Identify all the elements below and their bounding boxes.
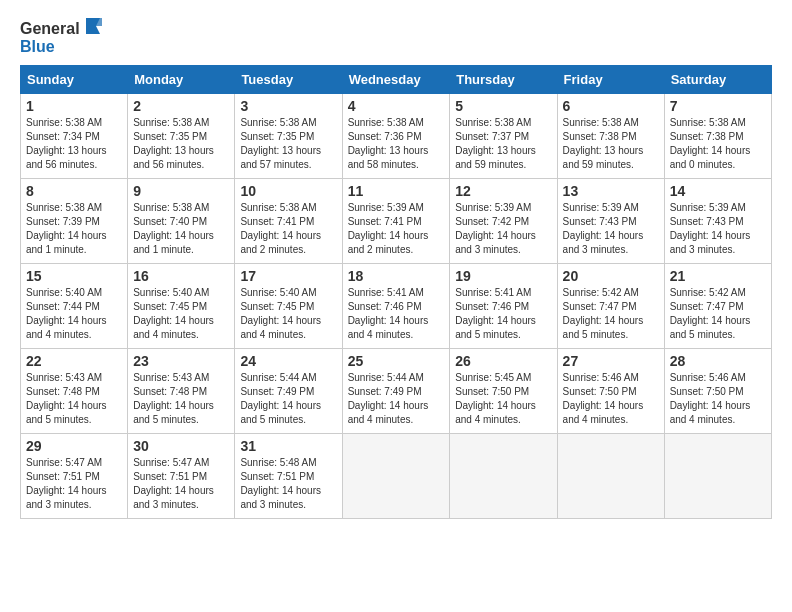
sunrise: Sunrise: 5:38 AM xyxy=(133,117,209,128)
sunset: Sunset: 7:43 PM xyxy=(670,216,744,227)
calendar-day-cell xyxy=(450,434,557,519)
day-number: 5 xyxy=(455,98,551,114)
sunrise: Sunrise: 5:43 AM xyxy=(133,372,209,383)
day-info: Sunrise: 5:48 AM Sunset: 7:51 PM Dayligh… xyxy=(240,456,336,512)
calendar-day-cell: 27 Sunrise: 5:46 AM Sunset: 7:50 PM Dayl… xyxy=(557,349,664,434)
calendar-day-cell: 9 Sunrise: 5:38 AM Sunset: 7:40 PM Dayli… xyxy=(128,179,235,264)
daylight: Daylight: 14 hours and 4 minutes. xyxy=(26,315,107,340)
sunrise: Sunrise: 5:38 AM xyxy=(240,202,316,213)
weekday-header-cell: Thursday xyxy=(450,66,557,94)
calendar-day-cell: 24 Sunrise: 5:44 AM Sunset: 7:49 PM Dayl… xyxy=(235,349,342,434)
day-number: 19 xyxy=(455,268,551,284)
calendar-week-row: 8 Sunrise: 5:38 AM Sunset: 7:39 PM Dayli… xyxy=(21,179,772,264)
day-number: 1 xyxy=(26,98,122,114)
sunset: Sunset: 7:50 PM xyxy=(670,386,744,397)
sunset: Sunset: 7:45 PM xyxy=(240,301,314,312)
sunset: Sunset: 7:39 PM xyxy=(26,216,100,227)
daylight: Daylight: 14 hours and 2 minutes. xyxy=(348,230,429,255)
calendar-day-cell: 11 Sunrise: 5:39 AM Sunset: 7:41 PM Dayl… xyxy=(342,179,450,264)
daylight: Daylight: 13 hours and 57 minutes. xyxy=(240,145,321,170)
calendar-day-cell: 10 Sunrise: 5:38 AM Sunset: 7:41 PM Dayl… xyxy=(235,179,342,264)
daylight: Daylight: 14 hours and 4 minutes. xyxy=(348,315,429,340)
sunrise: Sunrise: 5:46 AM xyxy=(670,372,746,383)
calendar-week-row: 1 Sunrise: 5:38 AM Sunset: 7:34 PM Dayli… xyxy=(21,94,772,179)
sunset: Sunset: 7:46 PM xyxy=(455,301,529,312)
day-info: Sunrise: 5:38 AM Sunset: 7:38 PM Dayligh… xyxy=(670,116,766,172)
day-number: 13 xyxy=(563,183,659,199)
daylight: Daylight: 13 hours and 59 minutes. xyxy=(455,145,536,170)
sunset: Sunset: 7:50 PM xyxy=(455,386,529,397)
day-info: Sunrise: 5:45 AM Sunset: 7:50 PM Dayligh… xyxy=(455,371,551,427)
sunset: Sunset: 7:47 PM xyxy=(563,301,637,312)
day-number: 30 xyxy=(133,438,229,454)
sunset: Sunset: 7:43 PM xyxy=(563,216,637,227)
day-number: 11 xyxy=(348,183,445,199)
calendar-day-cell xyxy=(664,434,771,519)
day-info: Sunrise: 5:38 AM Sunset: 7:34 PM Dayligh… xyxy=(26,116,122,172)
daylight: Daylight: 14 hours and 5 minutes. xyxy=(455,315,536,340)
sunset: Sunset: 7:46 PM xyxy=(348,301,422,312)
daylight: Daylight: 14 hours and 3 minutes. xyxy=(240,485,321,510)
calendar-week-row: 22 Sunrise: 5:43 AM Sunset: 7:48 PM Dayl… xyxy=(21,349,772,434)
daylight: Daylight: 14 hours and 4 minutes. xyxy=(670,400,751,425)
sunset: Sunset: 7:48 PM xyxy=(133,386,207,397)
day-number: 28 xyxy=(670,353,766,369)
day-info: Sunrise: 5:40 AM Sunset: 7:45 PM Dayligh… xyxy=(240,286,336,342)
calendar-day-cell: 8 Sunrise: 5:38 AM Sunset: 7:39 PM Dayli… xyxy=(21,179,128,264)
day-number: 3 xyxy=(240,98,336,114)
calendar-day-cell: 2 Sunrise: 5:38 AM Sunset: 7:35 PM Dayli… xyxy=(128,94,235,179)
calendar-day-cell: 21 Sunrise: 5:42 AM Sunset: 7:47 PM Dayl… xyxy=(664,264,771,349)
sunrise: Sunrise: 5:38 AM xyxy=(26,117,102,128)
day-info: Sunrise: 5:43 AM Sunset: 7:48 PM Dayligh… xyxy=(133,371,229,427)
calendar-day-cell: 16 Sunrise: 5:40 AM Sunset: 7:45 PM Dayl… xyxy=(128,264,235,349)
sunrise: Sunrise: 5:40 AM xyxy=(133,287,209,298)
day-number: 7 xyxy=(670,98,766,114)
day-info: Sunrise: 5:47 AM Sunset: 7:51 PM Dayligh… xyxy=(133,456,229,512)
sunset: Sunset: 7:49 PM xyxy=(348,386,422,397)
daylight: Daylight: 14 hours and 5 minutes. xyxy=(26,400,107,425)
daylight: Daylight: 14 hours and 4 minutes. xyxy=(455,400,536,425)
weekday-header-cell: Friday xyxy=(557,66,664,94)
sunrise: Sunrise: 5:38 AM xyxy=(133,202,209,213)
day-info: Sunrise: 5:38 AM Sunset: 7:35 PM Dayligh… xyxy=(133,116,229,172)
sunset: Sunset: 7:38 PM xyxy=(670,131,744,142)
calendar-day-cell: 29 Sunrise: 5:47 AM Sunset: 7:51 PM Dayl… xyxy=(21,434,128,519)
calendar-day-cell: 17 Sunrise: 5:40 AM Sunset: 7:45 PM Dayl… xyxy=(235,264,342,349)
weekday-header-cell: Wednesday xyxy=(342,66,450,94)
day-info: Sunrise: 5:39 AM Sunset: 7:43 PM Dayligh… xyxy=(670,201,766,257)
logo-flag-icon xyxy=(82,16,102,36)
sunrise: Sunrise: 5:40 AM xyxy=(240,287,316,298)
day-number: 9 xyxy=(133,183,229,199)
sunset: Sunset: 7:51 PM xyxy=(240,471,314,482)
sunrise: Sunrise: 5:42 AM xyxy=(563,287,639,298)
calendar-day-cell: 13 Sunrise: 5:39 AM Sunset: 7:43 PM Dayl… xyxy=(557,179,664,264)
sunrise: Sunrise: 5:47 AM xyxy=(133,457,209,468)
sunrise: Sunrise: 5:46 AM xyxy=(563,372,639,383)
day-info: Sunrise: 5:38 AM Sunset: 7:41 PM Dayligh… xyxy=(240,201,336,257)
sunrise: Sunrise: 5:40 AM xyxy=(26,287,102,298)
calendar-day-cell: 5 Sunrise: 5:38 AM Sunset: 7:37 PM Dayli… xyxy=(450,94,557,179)
sunset: Sunset: 7:40 PM xyxy=(133,216,207,227)
logo: General Blue xyxy=(20,20,102,55)
day-number: 6 xyxy=(563,98,659,114)
daylight: Daylight: 14 hours and 5 minutes. xyxy=(133,400,214,425)
sunrise: Sunrise: 5:43 AM xyxy=(26,372,102,383)
day-number: 22 xyxy=(26,353,122,369)
day-info: Sunrise: 5:41 AM Sunset: 7:46 PM Dayligh… xyxy=(348,286,445,342)
weekday-header-cell: Sunday xyxy=(21,66,128,94)
sunrise: Sunrise: 5:48 AM xyxy=(240,457,316,468)
calendar-day-cell: 7 Sunrise: 5:38 AM Sunset: 7:38 PM Dayli… xyxy=(664,94,771,179)
sunset: Sunset: 7:48 PM xyxy=(26,386,100,397)
day-info: Sunrise: 5:38 AM Sunset: 7:38 PM Dayligh… xyxy=(563,116,659,172)
sunrise: Sunrise: 5:39 AM xyxy=(455,202,531,213)
calendar-week-row: 29 Sunrise: 5:47 AM Sunset: 7:51 PM Dayl… xyxy=(21,434,772,519)
calendar-day-cell: 6 Sunrise: 5:38 AM Sunset: 7:38 PM Dayli… xyxy=(557,94,664,179)
sunrise: Sunrise: 5:39 AM xyxy=(670,202,746,213)
day-info: Sunrise: 5:38 AM Sunset: 7:40 PM Dayligh… xyxy=(133,201,229,257)
logo-blue: Blue xyxy=(20,38,102,56)
daylight: Daylight: 14 hours and 5 minutes. xyxy=(240,400,321,425)
sunset: Sunset: 7:42 PM xyxy=(455,216,529,227)
calendar-day-cell: 28 Sunrise: 5:46 AM Sunset: 7:50 PM Dayl… xyxy=(664,349,771,434)
sunrise: Sunrise: 5:38 AM xyxy=(348,117,424,128)
calendar-day-cell: 18 Sunrise: 5:41 AM Sunset: 7:46 PM Dayl… xyxy=(342,264,450,349)
